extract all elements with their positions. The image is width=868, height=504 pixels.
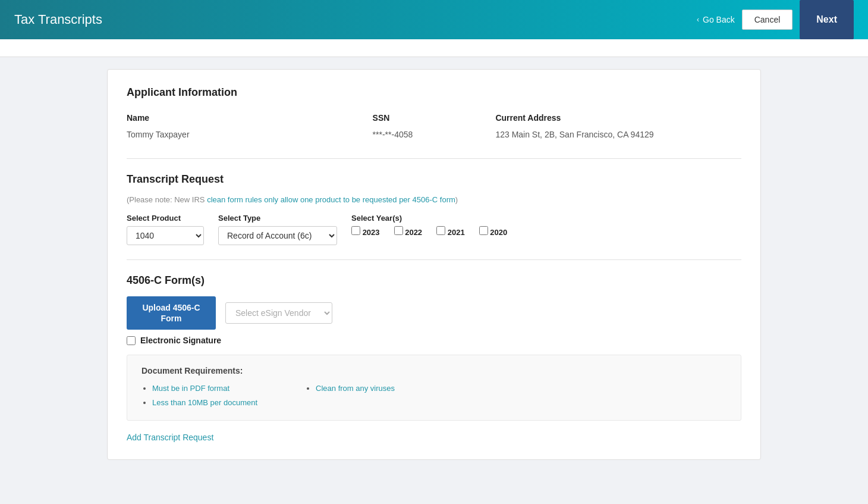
go-back-label: Go Back xyxy=(703,15,735,24)
electronic-sig-row: Electronic Signature xyxy=(127,336,741,345)
year-2023-checkbox[interactable] xyxy=(351,226,360,235)
progress-bar-area xyxy=(0,39,868,57)
year-2023-item: 2023 xyxy=(351,226,380,237)
applicant-info-title: Applicant Information xyxy=(127,86,741,99)
main-card: Applicant Information Name SSN Current A… xyxy=(107,69,761,460)
year-2020-checkbox[interactable] xyxy=(479,226,488,235)
type-select[interactable]: Record of Account (6c) Return Transcript… xyxy=(218,226,337,245)
transcript-note-text: (Please note: New IRS xyxy=(127,195,207,204)
main-content: Applicant Information Name SSN Current A… xyxy=(107,57,761,472)
product-group: Select Product 1040 1040-SR 1040-NR xyxy=(127,214,204,245)
year-2022-label: 2022 xyxy=(405,228,422,237)
product-select[interactable]: 1040 1040-SR 1040-NR xyxy=(127,226,204,245)
years-checkboxes: 2023 2022 2021 2020 xyxy=(351,226,507,240)
year-2021-label: 2021 xyxy=(448,228,465,237)
applicant-ssn: ***-**-4058 xyxy=(373,126,496,144)
go-back-link[interactable]: ‹ Go Back xyxy=(697,15,735,24)
divider-2 xyxy=(127,259,741,260)
applicant-address: 123 Main St, 2B, San Francisco, CA 94129 xyxy=(495,126,741,144)
upload-form-button[interactable]: Upload 4506-C Form xyxy=(127,296,216,330)
address-column-header: Current Address xyxy=(495,108,741,126)
applicant-name: Tommy Taxpayer xyxy=(127,126,373,144)
year-2022-item: 2022 xyxy=(394,226,423,237)
type-label: Select Type xyxy=(218,214,337,223)
year-2020-item: 2020 xyxy=(479,226,508,237)
transcript-request-title: Transcript Request xyxy=(127,173,741,186)
name-column-header: Name xyxy=(127,108,373,126)
next-button[interactable]: Next xyxy=(800,0,854,39)
divider-1 xyxy=(127,158,741,159)
doc-requirements-list-2: Clean from any viruses xyxy=(305,381,395,409)
year-2023-label: 2023 xyxy=(363,228,380,237)
doc-req-item-size: Less than 10MB per document xyxy=(152,396,257,409)
doc-req-item-pdf: Must be in PDF format xyxy=(152,381,257,395)
header-actions: ‹ Go Back Cancel Next xyxy=(697,0,854,39)
esign-vendor-select[interactable]: Select eSign Vendor DocuSign Adobe Sign … xyxy=(225,302,332,324)
transcript-note-end: ) xyxy=(455,195,458,204)
years-label: Select Year(s) xyxy=(351,214,507,223)
doc-requirements-columns: Must be in PDF format Less than 10MB per… xyxy=(141,381,727,409)
applicant-info-table: Name SSN Current Address Tommy Taxpayer … xyxy=(127,108,741,144)
doc-requirements-title: Document Requirements: xyxy=(141,366,727,375)
form-section-title: 4506-C Form(s) xyxy=(127,274,741,287)
doc-requirements-box: Document Requirements: Must be in PDF fo… xyxy=(127,355,741,421)
year-2020-label: 2020 xyxy=(490,228,507,237)
type-group: Select Type Record of Account (6c) Retur… xyxy=(218,214,337,245)
chevron-left-icon: ‹ xyxy=(697,15,699,24)
electronic-sig-label: Electronic Signature xyxy=(140,336,221,345)
applicant-info-row: Tommy Taxpayer ***-**-4058 123 Main St, … xyxy=(127,126,741,144)
electronic-sig-checkbox[interactable] xyxy=(127,336,136,345)
applicant-info-section: Applicant Information Name SSN Current A… xyxy=(127,86,741,144)
page-header: Tax Transcripts ‹ Go Back Cancel Next xyxy=(0,0,868,39)
transcript-note: (Please note: New IRS clean form rules o… xyxy=(127,195,741,204)
doc-req-item-virus: Clean from any viruses xyxy=(316,381,395,395)
doc-requirements-list-1: Must be in PDF format Less than 10MB per… xyxy=(141,381,257,409)
year-2021-checkbox[interactable] xyxy=(436,226,445,235)
product-label: Select Product xyxy=(127,214,204,223)
ssn-column-header: SSN xyxy=(373,108,496,126)
add-transcript-link[interactable]: Add Transcript Request xyxy=(127,433,213,442)
cancel-button[interactable]: Cancel xyxy=(742,10,793,30)
years-group: Select Year(s) 2023 2022 2021 xyxy=(351,214,507,240)
transcript-note-link: clean form rules only allow one product … xyxy=(207,195,455,204)
form-section: 4506-C Form(s) Upload 4506-C Form Select… xyxy=(127,274,741,421)
year-2021-item: 2021 xyxy=(436,226,465,237)
year-2022-checkbox[interactable] xyxy=(394,226,403,235)
upload-row: Upload 4506-C Form Select eSign Vendor D… xyxy=(127,296,741,330)
transcript-request-section: Transcript Request (Please note: New IRS… xyxy=(127,173,741,245)
transcript-form-row: Select Product 1040 1040-SR 1040-NR Sele… xyxy=(127,214,741,245)
page-title: Tax Transcripts xyxy=(14,12,102,27)
